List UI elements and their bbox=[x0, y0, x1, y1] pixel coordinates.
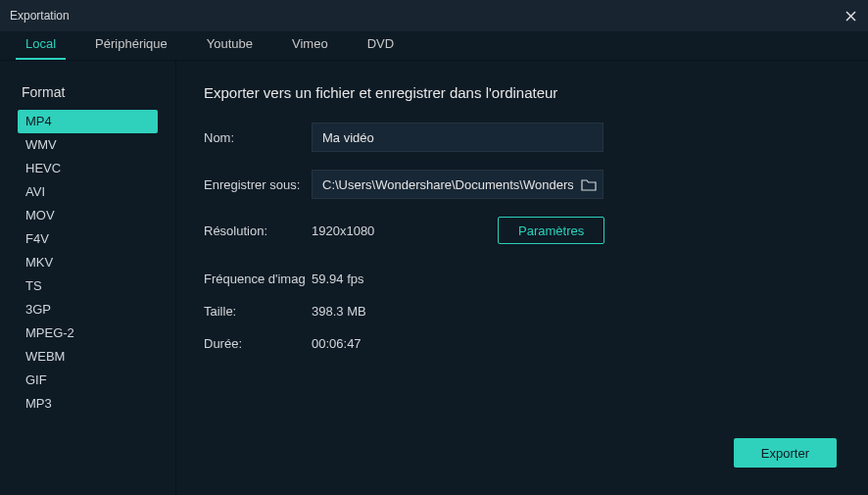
format-item-gif[interactable]: GIF bbox=[18, 369, 158, 392]
close-icon[interactable] bbox=[841, 6, 860, 25]
tab-périphérique[interactable]: Périphérique bbox=[85, 29, 177, 60]
row-framerate: Fréquence d'imag 59.94 fps bbox=[204, 272, 841, 286]
format-item-wmv[interactable]: WMV bbox=[18, 133, 158, 157]
row-save: Enregistrer sous: bbox=[204, 170, 841, 199]
format-item-ts[interactable]: TS bbox=[18, 274, 158, 298]
duration-value: 00:06:47 bbox=[312, 336, 362, 351]
name-label: Nom: bbox=[204, 130, 312, 145]
window-title: Exportation bbox=[10, 9, 70, 23]
main-heading: Exporter vers un fichier et enregistrer … bbox=[204, 84, 841, 101]
row-duration: Durée: 00:06:47 bbox=[204, 336, 841, 351]
duration-label: Durée: bbox=[204, 336, 312, 351]
save-path-wrap bbox=[312, 170, 603, 199]
body: Format MP4WMVHEVCAVIMOVF4VMKVTS3GPMPEG-2… bbox=[0, 61, 868, 495]
size-label: Taille: bbox=[204, 304, 312, 319]
format-item-f4v[interactable]: F4V bbox=[18, 227, 158, 251]
format-item-mov[interactable]: MOV bbox=[18, 204, 158, 227]
tab-dvd[interactable]: DVD bbox=[358, 29, 404, 60]
footer: Exporter bbox=[734, 438, 837, 468]
folder-icon[interactable] bbox=[580, 175, 598, 193]
format-item-hevc[interactable]: HEVC bbox=[18, 157, 158, 180]
format-heading: Format bbox=[18, 84, 158, 100]
format-item-mp3[interactable]: MP3 bbox=[18, 392, 158, 416]
format-item-mp4[interactable]: MP4 bbox=[18, 110, 158, 133]
titlebar: Exportation bbox=[0, 0, 868, 31]
settings-button[interactable]: Paramètres bbox=[498, 217, 604, 244]
sidebar: Format MP4WMVHEVCAVIMOVF4VMKVTS3GPMPEG-2… bbox=[0, 61, 176, 495]
row-name: Nom: bbox=[204, 123, 841, 152]
main-pane: Exporter vers un fichier et enregistrer … bbox=[176, 61, 868, 495]
format-item-webm[interactable]: WEBM bbox=[18, 345, 158, 369]
format-item-avi[interactable]: AVI bbox=[18, 180, 158, 204]
tab-vimeo[interactable]: Vimeo bbox=[282, 29, 338, 60]
format-list: MP4WMVHEVCAVIMOVF4VMKVTS3GPMPEG-2WEBMGIF… bbox=[18, 110, 158, 416]
save-label: Enregistrer sous: bbox=[204, 177, 312, 192]
format-item-3gp[interactable]: 3GP bbox=[18, 298, 158, 322]
format-item-mpeg-2[interactable]: MPEG-2 bbox=[18, 322, 158, 345]
save-path-input[interactable] bbox=[312, 170, 603, 199]
row-resolution: Résolution: 1920x1080 Paramètres bbox=[204, 217, 841, 244]
framerate-value: 59.94 fps bbox=[312, 272, 364, 286]
export-button[interactable]: Exporter bbox=[734, 438, 837, 468]
resolution-label: Résolution: bbox=[204, 223, 312, 238]
name-input[interactable] bbox=[312, 123, 603, 152]
size-value: 398.3 MB bbox=[312, 304, 366, 319]
format-item-mkv[interactable]: MKV bbox=[18, 251, 158, 274]
resolution-value: 1920x1080 bbox=[312, 223, 498, 238]
tab-local[interactable]: Local bbox=[16, 29, 66, 60]
tab-youtube[interactable]: Youtube bbox=[197, 29, 263, 60]
row-size: Taille: 398.3 MB bbox=[204, 304, 841, 319]
framerate-label: Fréquence d'imag bbox=[204, 272, 312, 286]
export-tabs: LocalPériphériqueYoutubeVimeoDVD bbox=[0, 31, 868, 61]
